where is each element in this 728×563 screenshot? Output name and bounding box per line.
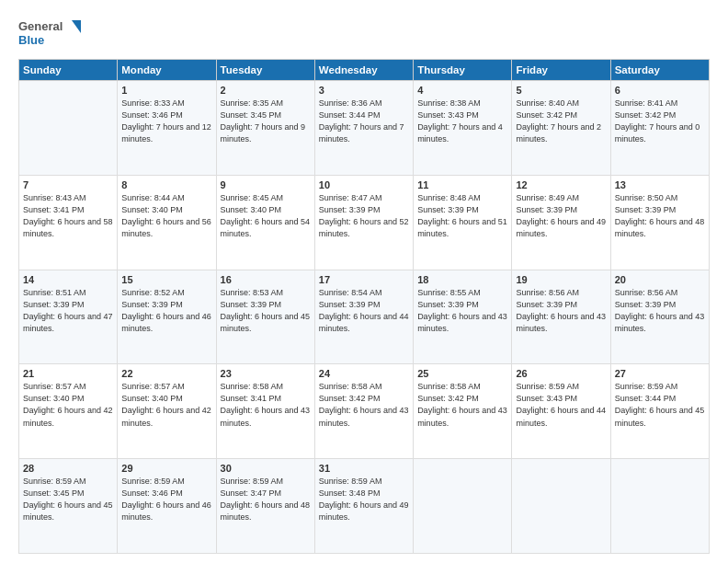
day-number: 24 bbox=[319, 368, 409, 379]
calendar-cell: 31Sunrise: 8:59 AMSunset: 3:48 PMDayligh… bbox=[314, 459, 413, 554]
cell-info: Sunrise: 8:59 AMSunset: 3:48 PMDaylight:… bbox=[319, 476, 409, 523]
day-number: 13 bbox=[615, 179, 705, 190]
calendar-week-row: 21Sunrise: 8:57 AMSunset: 3:40 PMDayligh… bbox=[19, 364, 710, 459]
calendar-cell: 1Sunrise: 8:33 AMSunset: 3:46 PMDaylight… bbox=[118, 81, 216, 176]
day-number: 7 bbox=[23, 179, 113, 190]
day-number: 15 bbox=[121, 274, 211, 285]
cell-info: Sunrise: 8:59 AMSunset: 3:43 PMDaylight:… bbox=[516, 381, 606, 429]
calendar-cell: 19Sunrise: 8:56 AMSunset: 3:39 PMDayligh… bbox=[512, 270, 610, 364]
calendar-cell: 9Sunrise: 8:45 AMSunset: 3:40 PMDaylight… bbox=[216, 175, 314, 270]
cell-info: Sunrise: 8:59 AMSunset: 3:47 PMDaylight:… bbox=[221, 476, 311, 523]
cell-info: Sunrise: 8:57 AMSunset: 3:40 PMDaylight:… bbox=[23, 381, 113, 429]
cell-info: Sunrise: 8:35 AMSunset: 3:45 PMDaylight:… bbox=[221, 98, 311, 145]
calendar-cell: 27Sunrise: 8:59 AMSunset: 3:44 PMDayligh… bbox=[610, 364, 709, 459]
day-number: 14 bbox=[23, 274, 113, 285]
cell-info: Sunrise: 8:59 AMSunset: 3:44 PMDaylight:… bbox=[615, 381, 705, 429]
cell-info: Sunrise: 8:54 AMSunset: 3:39 PMDaylight:… bbox=[319, 287, 409, 335]
cell-info: Sunrise: 8:43 AMSunset: 3:41 PMDaylight:… bbox=[23, 192, 113, 240]
cell-info: Sunrise: 8:57 AMSunset: 3:40 PMDaylight:… bbox=[121, 381, 211, 429]
day-number: 11 bbox=[417, 179, 507, 190]
logo: General Blue bbox=[18, 17, 83, 50]
calendar-cell: 24Sunrise: 8:58 AMSunset: 3:42 PMDayligh… bbox=[314, 364, 413, 459]
calendar-cell: 4Sunrise: 8:38 AMSunset: 3:43 PMDaylight… bbox=[414, 81, 512, 176]
weekday-header-row: SundayMondayTuesdayWednesdayThursdayFrid… bbox=[19, 60, 710, 81]
day-number: 9 bbox=[221, 179, 311, 190]
day-number: 23 bbox=[221, 368, 311, 379]
cell-info: Sunrise: 8:41 AMSunset: 3:42 PMDaylight:… bbox=[615, 98, 705, 145]
cell-info: Sunrise: 8:59 AMSunset: 3:45 PMDaylight:… bbox=[23, 476, 113, 523]
weekday-header-wednesday: Wednesday bbox=[314, 60, 413, 81]
calendar-cell: 26Sunrise: 8:59 AMSunset: 3:43 PMDayligh… bbox=[512, 364, 610, 459]
svg-text:Blue: Blue bbox=[18, 33, 44, 47]
calendar-cell: 21Sunrise: 8:57 AMSunset: 3:40 PMDayligh… bbox=[19, 364, 118, 459]
calendar-cell: 11Sunrise: 8:48 AMSunset: 3:39 PMDayligh… bbox=[414, 175, 512, 270]
cell-info: Sunrise: 8:53 AMSunset: 3:39 PMDaylight:… bbox=[221, 287, 311, 335]
calendar-cell: 12Sunrise: 8:49 AMSunset: 3:39 PMDayligh… bbox=[512, 175, 610, 270]
calendar-cell: 20Sunrise: 8:56 AMSunset: 3:39 PMDayligh… bbox=[610, 270, 709, 364]
calendar-cell bbox=[512, 459, 610, 554]
day-number: 8 bbox=[121, 179, 211, 190]
day-number: 5 bbox=[516, 85, 606, 96]
cell-info: Sunrise: 8:59 AMSunset: 3:46 PMDaylight:… bbox=[121, 476, 211, 523]
cell-info: Sunrise: 8:44 AMSunset: 3:40 PMDaylight:… bbox=[121, 192, 211, 240]
day-number: 31 bbox=[319, 463, 409, 474]
cell-info: Sunrise: 8:50 AMSunset: 3:39 PMDaylight:… bbox=[615, 192, 705, 240]
calendar-cell: 23Sunrise: 8:58 AMSunset: 3:41 PMDayligh… bbox=[216, 364, 314, 459]
day-number: 29 bbox=[121, 463, 211, 474]
calendar-cell: 7Sunrise: 8:43 AMSunset: 3:41 PMDaylight… bbox=[19, 175, 118, 270]
calendar-cell: 2Sunrise: 8:35 AMSunset: 3:45 PMDaylight… bbox=[216, 81, 314, 176]
cell-info: Sunrise: 8:58 AMSunset: 3:42 PMDaylight:… bbox=[417, 381, 507, 429]
calendar-cell: 25Sunrise: 8:58 AMSunset: 3:42 PMDayligh… bbox=[414, 364, 512, 459]
logo-svg: General Blue bbox=[18, 17, 83, 50]
cell-info: Sunrise: 8:56 AMSunset: 3:39 PMDaylight:… bbox=[516, 287, 606, 335]
calendar-cell: 13Sunrise: 8:50 AMSunset: 3:39 PMDayligh… bbox=[610, 175, 709, 270]
calendar-cell bbox=[19, 81, 118, 176]
calendar-cell: 3Sunrise: 8:36 AMSunset: 3:44 PMDaylight… bbox=[314, 81, 413, 176]
cell-info: Sunrise: 8:45 AMSunset: 3:40 PMDaylight:… bbox=[221, 192, 311, 240]
cell-info: Sunrise: 8:55 AMSunset: 3:39 PMDaylight:… bbox=[417, 287, 507, 335]
cell-info: Sunrise: 8:58 AMSunset: 3:42 PMDaylight:… bbox=[319, 381, 409, 429]
calendar-cell: 22Sunrise: 8:57 AMSunset: 3:40 PMDayligh… bbox=[118, 364, 216, 459]
day-number: 3 bbox=[319, 85, 409, 96]
calendar-week-row: 28Sunrise: 8:59 AMSunset: 3:45 PMDayligh… bbox=[19, 459, 710, 554]
day-number: 17 bbox=[319, 274, 409, 285]
calendar-week-row: 7Sunrise: 8:43 AMSunset: 3:41 PMDaylight… bbox=[19, 175, 710, 270]
cell-info: Sunrise: 8:33 AMSunset: 3:46 PMDaylight:… bbox=[121, 98, 211, 145]
weekday-header-friday: Friday bbox=[512, 60, 610, 81]
day-number: 22 bbox=[121, 368, 211, 379]
calendar-cell bbox=[610, 459, 709, 554]
day-number: 12 bbox=[516, 179, 606, 190]
day-number: 18 bbox=[417, 274, 507, 285]
calendar-cell: 30Sunrise: 8:59 AMSunset: 3:47 PMDayligh… bbox=[216, 459, 314, 554]
day-number: 28 bbox=[23, 463, 113, 474]
header: General Blue bbox=[18, 17, 710, 50]
cell-info: Sunrise: 8:47 AMSunset: 3:39 PMDaylight:… bbox=[319, 192, 409, 240]
cell-info: Sunrise: 8:56 AMSunset: 3:39 PMDaylight:… bbox=[615, 287, 705, 335]
calendar-cell: 17Sunrise: 8:54 AMSunset: 3:39 PMDayligh… bbox=[314, 270, 413, 364]
cell-info: Sunrise: 8:38 AMSunset: 3:43 PMDaylight:… bbox=[417, 98, 507, 145]
cell-info: Sunrise: 8:49 AMSunset: 3:39 PMDaylight:… bbox=[516, 192, 606, 240]
weekday-header-sunday: Sunday bbox=[19, 60, 118, 81]
cell-info: Sunrise: 8:40 AMSunset: 3:42 PMDaylight:… bbox=[516, 98, 606, 145]
day-number: 27 bbox=[615, 368, 705, 379]
calendar-cell bbox=[414, 459, 512, 554]
cell-info: Sunrise: 8:52 AMSunset: 3:39 PMDaylight:… bbox=[121, 287, 211, 335]
calendar-cell: 29Sunrise: 8:59 AMSunset: 3:46 PMDayligh… bbox=[118, 459, 216, 554]
calendar-page: General Blue SundayMondayTuesdayWednesda… bbox=[0, 0, 728, 563]
cell-info: Sunrise: 8:48 AMSunset: 3:39 PMDaylight:… bbox=[417, 192, 507, 240]
weekday-header-monday: Monday bbox=[118, 60, 216, 81]
day-number: 30 bbox=[221, 463, 311, 474]
day-number: 10 bbox=[319, 179, 409, 190]
weekday-header-tuesday: Tuesday bbox=[216, 60, 314, 81]
calendar-cell: 10Sunrise: 8:47 AMSunset: 3:39 PMDayligh… bbox=[314, 175, 413, 270]
cell-info: Sunrise: 8:51 AMSunset: 3:39 PMDaylight:… bbox=[23, 287, 113, 335]
calendar-header: SundayMondayTuesdayWednesdayThursdayFrid… bbox=[19, 60, 710, 81]
svg-text:General: General bbox=[18, 19, 63, 33]
calendar-cell: 6Sunrise: 8:41 AMSunset: 3:42 PMDaylight… bbox=[610, 81, 709, 176]
calendar-cell: 14Sunrise: 8:51 AMSunset: 3:39 PMDayligh… bbox=[19, 270, 118, 364]
day-number: 1 bbox=[121, 85, 211, 96]
calendar-cell: 28Sunrise: 8:59 AMSunset: 3:45 PMDayligh… bbox=[19, 459, 118, 554]
day-number: 19 bbox=[516, 274, 606, 285]
day-number: 26 bbox=[516, 368, 606, 379]
day-number: 6 bbox=[615, 85, 705, 96]
